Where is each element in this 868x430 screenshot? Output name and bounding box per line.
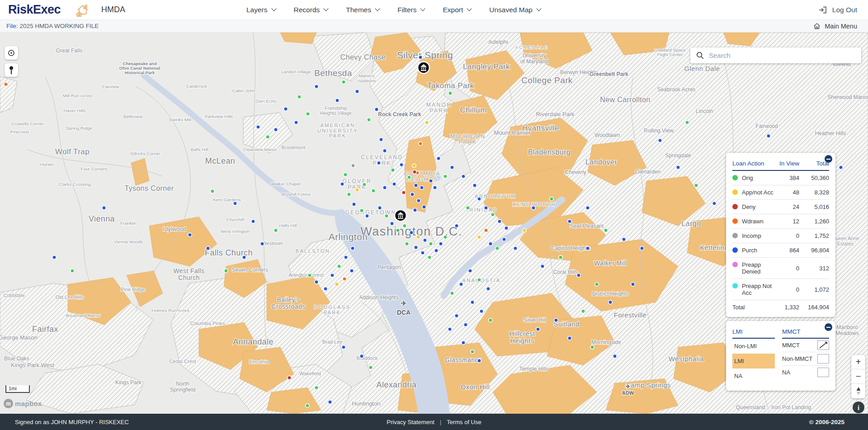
loan-point[interactable] (613, 354, 617, 358)
mmct-row-mmct[interactable]: MMCT (782, 339, 829, 352)
loan-point[interactable] (350, 269, 354, 273)
loan-point[interactable] (405, 242, 409, 246)
loan-point[interactable] (462, 341, 465, 345)
loan-point[interactable] (502, 237, 506, 241)
loan-point[interactable] (315, 280, 318, 284)
loan-point[interactable] (568, 219, 571, 223)
loan-point[interactable] (419, 56, 422, 59)
loan-point[interactable] (315, 85, 318, 88)
loan-point[interactable] (433, 186, 437, 189)
loan-point[interactable] (355, 90, 359, 93)
loan-point[interactable] (288, 376, 291, 379)
loan-point[interactable] (335, 283, 339, 286)
loan-point[interactable] (448, 91, 452, 95)
loan-point[interactable] (491, 213, 495, 216)
loan-point[interactable] (256, 125, 260, 129)
loan-point[interactable] (477, 278, 481, 282)
loan-point[interactable] (315, 386, 318, 389)
loan-point[interactable] (396, 228, 400, 232)
loan-point[interactable] (495, 246, 499, 250)
loan-point[interactable] (631, 283, 635, 286)
nav-item-records[interactable]: Records (294, 6, 328, 14)
loan-action-row[interactable]: App/not Acc488,328 (732, 185, 829, 200)
loan-point[interactable] (532, 206, 535, 210)
loan-point[interactable] (390, 222, 394, 225)
collapse-loan-panel-button[interactable] (825, 155, 832, 163)
loan-point[interactable] (383, 186, 387, 189)
loan-point[interactable] (242, 255, 246, 259)
loan-point[interactable] (523, 228, 526, 232)
nav-item-themes[interactable]: Themes (346, 6, 379, 14)
nav-item-export[interactable]: Export (443, 6, 471, 14)
loan-point[interactable] (473, 184, 476, 187)
loan-point[interactable] (462, 175, 465, 178)
loan-point[interactable] (455, 224, 458, 227)
loan-point[interactable] (363, 183, 366, 186)
loan-action-row[interactable]: Wdrawn121,260 (732, 214, 829, 229)
loan-point[interactable] (369, 365, 373, 369)
loan-point[interactable] (284, 107, 288, 111)
loan-action-row[interactable]: Incomp01,752 (732, 229, 829, 243)
loan-point[interactable] (477, 235, 481, 239)
lmi-row-lmi[interactable]: LMI (732, 354, 775, 369)
loan-point[interactable] (550, 197, 553, 201)
loan-point[interactable] (375, 108, 378, 111)
loan-point[interactable] (351, 164, 355, 167)
logout-button[interactable]: Log Out (818, 0, 857, 19)
terms-of-use-link[interactable]: Terms of Use (447, 419, 481, 425)
bank-marker[interactable] (395, 210, 406, 222)
loan-point[interactable] (421, 251, 425, 255)
loan-point[interactable] (489, 318, 492, 322)
loan-point[interactable] (206, 246, 210, 250)
loan-point[interactable] (425, 121, 429, 124)
loan-point[interactable] (355, 188, 359, 192)
loan-point[interactable] (640, 246, 644, 250)
loan-point[interactable] (480, 309, 483, 313)
loan-point[interactable] (367, 118, 371, 122)
loan-point[interactable] (489, 242, 492, 246)
loan-point[interactable] (335, 99, 339, 102)
loan-point[interactable] (428, 255, 431, 259)
loan-point[interactable] (377, 161, 381, 165)
loan-point[interactable] (266, 135, 269, 138)
loan-point[interactable] (400, 163, 403, 166)
mmct-row-non-mmct[interactable]: Non-MMCT (782, 352, 829, 366)
loan-point[interactable] (328, 400, 332, 404)
loan-point[interactable] (260, 242, 264, 246)
loan-point[interactable] (559, 255, 562, 259)
loan-point[interactable] (417, 199, 420, 203)
loan-action-row[interactable]: Orig38450,360 (732, 171, 829, 185)
loan-point[interactable] (372, 189, 375, 193)
loan-point[interactable] (4, 82, 8, 86)
loan-point[interactable] (410, 231, 413, 234)
loan-point[interactable] (379, 137, 383, 141)
loan-point[interactable] (429, 179, 433, 183)
loan-point[interactable] (437, 156, 440, 160)
loan-point[interactable] (306, 112, 310, 116)
loan-point[interactable] (577, 274, 580, 277)
map-canvas[interactable]: Washington D.C.ArlingtonSilver SpringBet… (0, 33, 868, 414)
loan-point[interactable] (297, 95, 301, 99)
loan-point[interactable] (541, 265, 544, 268)
loan-point[interactable] (486, 287, 490, 290)
loan-action-row[interactable]: Preapp Not Acc01,072 (732, 279, 829, 300)
privacy-statement-link[interactable]: Privacy Statement (387, 419, 434, 425)
loan-point[interactable] (414, 246, 418, 249)
pin-tool-button[interactable] (5, 63, 18, 77)
loan-point[interactable] (360, 208, 363, 212)
loan-point[interactable] (414, 184, 418, 187)
loan-point[interactable] (306, 404, 309, 407)
loan-point[interactable] (604, 228, 608, 232)
loan-point[interactable] (443, 175, 447, 178)
loan-point[interactable] (251, 219, 255, 223)
loan-point[interactable] (71, 269, 74, 273)
loan-point[interactable] (498, 219, 501, 223)
loan-point[interactable] (658, 138, 662, 142)
loan-point[interactable] (422, 205, 426, 209)
loan-point[interactable] (471, 350, 474, 354)
loan-point[interactable] (464, 323, 467, 326)
loan-point[interactable] (412, 164, 416, 167)
loan-point[interactable] (352, 203, 356, 206)
loan-point[interactable] (712, 202, 716, 205)
loan-point[interactable] (102, 206, 106, 210)
